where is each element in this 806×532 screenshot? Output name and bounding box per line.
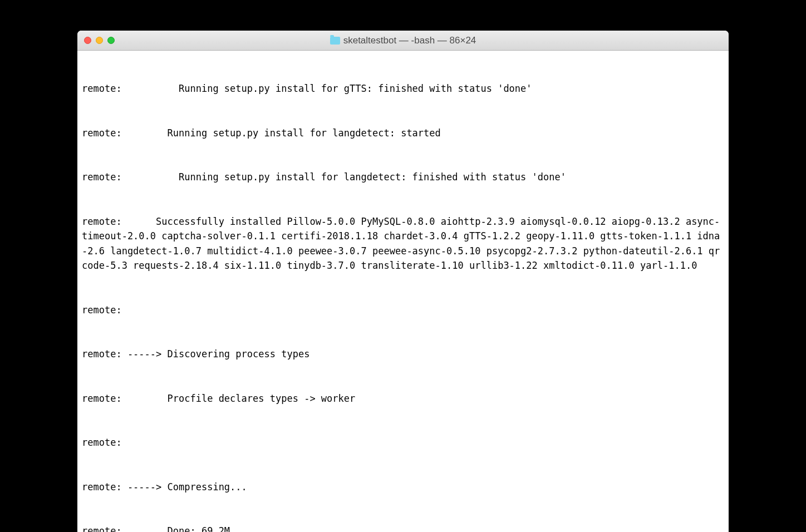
terminal-line: remote: Done: 69.2M bbox=[82, 524, 724, 532]
terminal-line: remote: Running setup.py install for lan… bbox=[82, 126, 724, 141]
zoom-button[interactable] bbox=[107, 37, 115, 44]
window-title: sketaltestbot — -bash — 86×24 bbox=[343, 35, 476, 46]
titlebar[interactable]: sketaltestbot — -bash — 86×24 bbox=[77, 31, 729, 51]
terminal-line: remote: Running setup.py install for lan… bbox=[82, 170, 724, 185]
close-button[interactable] bbox=[84, 37, 91, 44]
terminal-line: remote: -----> Discovering process types bbox=[82, 347, 724, 362]
minimize-button[interactable] bbox=[96, 37, 103, 44]
terminal-line: remote: bbox=[82, 303, 724, 318]
terminal-line: remote: Procfile declares types -> worke… bbox=[82, 391, 724, 406]
terminal-window: sketaltestbot — -bash — 86×24 remote: Ru… bbox=[77, 31, 729, 532]
terminal-line: remote: Running setup.py install for gTT… bbox=[82, 81, 724, 96]
terminal-line: remote: Successfully installed Pillow-5.… bbox=[82, 214, 724, 273]
terminal-line: remote: -----> Compressing... bbox=[82, 480, 724, 495]
terminal-content[interactable]: remote: Running setup.py install for gTT… bbox=[77, 51, 729, 532]
folder-icon bbox=[330, 37, 340, 45]
terminal-line: remote: bbox=[82, 435, 724, 450]
window-title-area: sketaltestbot — -bash — 86×24 bbox=[84, 35, 722, 46]
traffic-lights bbox=[84, 37, 115, 44]
